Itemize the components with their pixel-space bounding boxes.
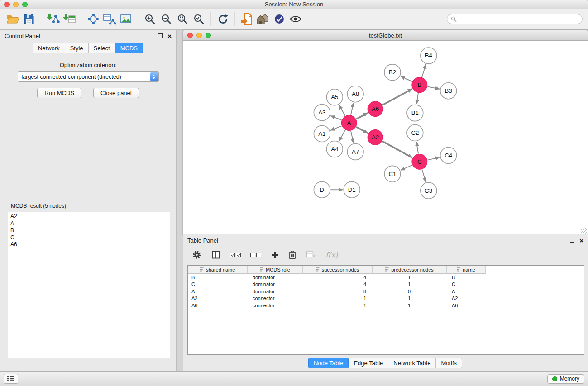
graph-edge-B-B3[interactable] [427,86,440,89]
graph-node-C[interactable]: C [412,154,427,169]
delete-table-icon[interactable] [306,251,316,259]
houses-icon[interactable] [255,10,271,28]
search-input[interactable] [459,15,578,23]
tab-network-table[interactable]: Network Table [388,358,436,368]
zoom-fit-icon[interactable] [174,10,191,28]
graph-node-A8[interactable]: A8 [347,86,363,102]
dropdown-stepper-icon[interactable] [150,72,158,81]
close-panel-button[interactable]: Close panel [93,88,139,98]
graph-node-B3[interactable]: B3 [440,83,457,99]
graph-node-D[interactable]: D [314,181,330,198]
graph-node-A[interactable]: A [341,115,357,131]
tab-motifs[interactable]: Motifs [435,358,462,368]
table-cell[interactable]: connector [247,302,302,309]
mcds-result-list[interactable]: A2ABCA6 [8,212,170,358]
optimization-dropdown[interactable]: largest connected component (directed) [18,71,159,82]
tab-mcds[interactable]: MCDS [115,43,143,53]
mcds-result-item[interactable]: A2 [8,213,170,220]
new-network-icon[interactable] [85,10,101,28]
function-builder-icon[interactable]: f(x) [325,251,338,259]
table-cell[interactable]: A6 [446,302,485,309]
minimize-window-button[interactable] [13,2,19,7]
graph-node-B[interactable]: B [412,77,427,93]
zoom-out-icon[interactable] [158,10,174,28]
graph-edge-A-A5[interactable] [339,105,345,116]
tab-network[interactable]: Network [33,43,65,53]
close-table-panel-icon[interactable]: × [579,237,583,244]
zoom-selected-icon[interactable] [191,10,207,28]
graph-node-A1[interactable]: A1 [314,126,330,142]
mcds-result-item[interactable]: B [8,227,170,234]
resize-grip[interactable] [581,228,587,234]
mcds-result-item[interactable]: A [8,220,170,228]
export-image-icon[interactable] [118,10,134,28]
save-floppy-icon[interactable] [21,10,37,28]
tab-select[interactable]: Select [88,43,115,53]
deselect-all-icon[interactable] [250,253,261,257]
graph-node-C3[interactable]: C3 [421,182,437,199]
import-network-icon[interactable] [45,10,61,28]
open-folder-icon[interactable] [5,10,21,28]
select-all-icon[interactable] [230,253,241,257]
graph-edge-A-A4[interactable] [339,130,345,141]
new-network-table-icon[interactable] [101,10,118,28]
table-cell[interactable]: A6 [188,302,247,309]
column-header-predecessor-nodes[interactable]: predecessor nodes [372,266,446,274]
table-row[interactable]: Bdominator41B [188,274,584,281]
table-cell[interactable]: 4 [302,281,372,288]
column-header-name[interactable]: name [446,266,485,274]
close-panel-icon[interactable]: × [167,33,172,39]
float-panel-icon[interactable] [158,33,163,38]
table-cell[interactable]: 1 [372,281,446,288]
run-mcds-button[interactable]: Run MCDS [37,88,81,98]
graph-edge-A-A6[interactable] [356,113,368,119]
table-row[interactable]: A2connector11A2 [188,295,584,302]
network-minimize-button[interactable] [196,33,202,38]
network-graph[interactable]: B4B2BB3A5A8A6A3B1AC2A1A2A4A7C4CC1C3DD1 [183,41,588,234]
graph-node-B1[interactable]: B1 [407,105,423,121]
table-cell[interactable]: A [446,288,485,295]
graph-edge-C-C3[interactable] [422,170,426,182]
graph-node-A4[interactable]: A4 [326,141,343,157]
graph-node-A6[interactable]: A6 [368,101,383,117]
eye-icon[interactable] [287,10,304,28]
table-row[interactable]: Cdominator41C [188,281,584,288]
table-cell[interactable]: dominator [247,281,302,288]
zoom-in-icon[interactable] [142,10,158,28]
column-header-successor-nodes[interactable]: successor nodes [302,266,372,274]
table-cell[interactable]: 4 [302,274,372,281]
graph-edge-A-A7[interactable] [351,131,354,143]
graph-node-C1[interactable]: C1 [384,166,401,182]
table-cell[interactable]: A2 [446,295,485,302]
graph-node-A7[interactable]: A7 [347,143,363,160]
column-header-shared-name[interactable]: shared name [188,266,247,274]
tab-edge-table[interactable]: Edge Table [348,358,388,368]
table-cell[interactable]: A2 [188,295,247,302]
table-cell[interactable]: A [188,288,247,295]
document-arrow-icon[interactable] [239,10,255,28]
column-header-mcds-role[interactable]: MCDS role [247,266,302,274]
table-cell[interactable]: dominator [247,288,302,295]
table-cell[interactable]: 1 [302,302,372,309]
table-cell[interactable]: 0 [372,288,446,295]
table-cell[interactable]: 1 [372,302,446,309]
zoom-window-button[interactable] [22,2,28,7]
graph-edge-B-B4[interactable] [422,64,426,77]
table-cell[interactable]: 1 [372,295,446,302]
close-window-button[interactable] [4,2,10,7]
graph-edge-A-A2[interactable] [356,127,368,133]
table-cell[interactable]: C [188,281,247,288]
graph-node-A5[interactable]: A5 [326,89,343,105]
refresh-icon[interactable] [215,10,231,28]
add-column-icon[interactable] [271,251,279,259]
graph-node-B4[interactable]: B4 [421,48,437,64]
trash-icon[interactable] [288,250,296,260]
import-table-icon[interactable] [61,10,77,28]
network-canvas[interactable]: B4B2BB3A5A8A6A3B1AC2A1A2A4A7C4CC1C3DD1 [183,41,588,234]
graph-edge-A-A1[interactable] [330,126,342,130]
table-row[interactable]: Adominator80A [188,288,584,295]
graph-edge-A2-C[interactable] [382,141,412,157]
graph-edge-C-C2[interactable] [416,142,418,153]
table-row[interactable]: A6connector11A6 [188,302,584,309]
table-cell[interactable]: B [188,274,247,281]
